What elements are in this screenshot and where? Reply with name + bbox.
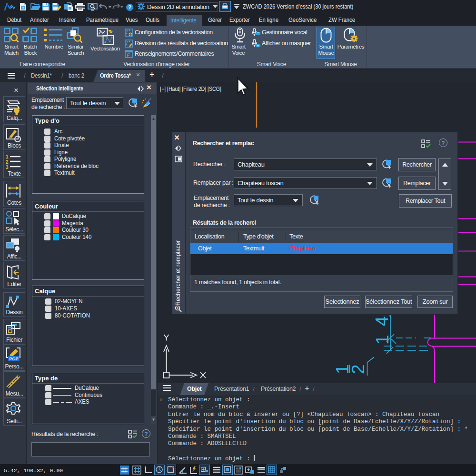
svg-text:2: 2 bbox=[6, 159, 9, 165]
svg-text:PGP: PGP bbox=[10, 357, 19, 361]
svg-text:1: 1 bbox=[6, 154, 9, 159]
svg-text:3: 3 bbox=[6, 165, 9, 169]
